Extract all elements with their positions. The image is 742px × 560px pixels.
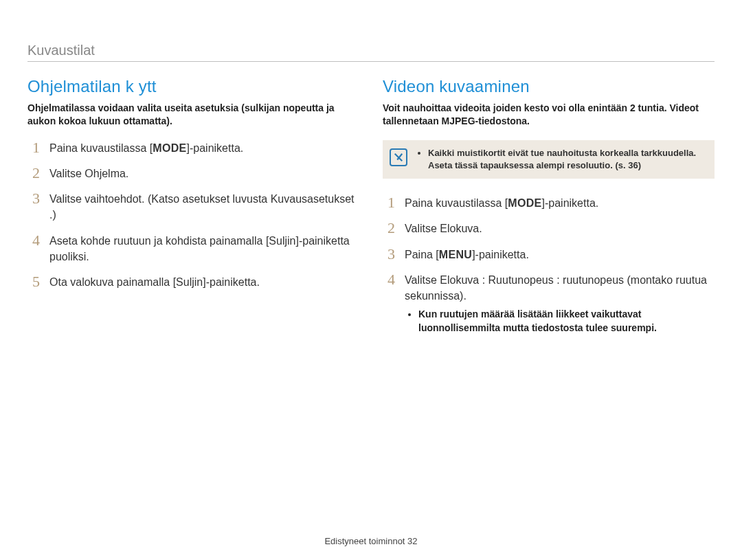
step-3: Paina [MENU]-painiketta. bbox=[383, 247, 715, 262]
steps-list-right: Paina kuvaustilassa [MODE]-painiketta. V… bbox=[383, 195, 715, 335]
step-3: Valitse vaihtoehdot. (Katso asetukset lu… bbox=[27, 191, 359, 223]
intro-text: Ohjelmatilassa voidaan valita useita ase… bbox=[27, 102, 359, 128]
step-text: Ota valokuva painamalla [Suljin]-painike… bbox=[49, 274, 359, 290]
footer-page-number: 32 bbox=[407, 536, 417, 546]
note-box: Kaikki muistikortit eivät tue nauhoitust… bbox=[383, 140, 715, 179]
step-text: Paina kuvaustilassa [ bbox=[49, 142, 153, 154]
step-text: ]-painiketta. bbox=[472, 249, 529, 260]
key-label-menu: MENU bbox=[439, 249, 472, 260]
step-2: Valitse Elokuva. bbox=[383, 221, 715, 236]
step-1: Paina kuvaustilassa [MODE]-painiketta. bbox=[383, 195, 715, 211]
step-text: Valitse vaihtoehdot. (Katso asetukset lu… bbox=[49, 191, 359, 223]
page-footer: Edistyneet toiminnot 32 bbox=[0, 536, 742, 546]
key-label-mode: MODE bbox=[153, 142, 186, 154]
sub-bullet-list: Kun ruutujen määrää lisätään liikkeet va… bbox=[405, 308, 715, 335]
step-text: Paina [ bbox=[405, 249, 439, 260]
step-4: Valitse Elokuva : Ruutunopeus : ruutunop… bbox=[383, 272, 715, 335]
note-icon bbox=[390, 148, 407, 166]
step-text: Aseta kohde ruutuun ja kohdista painamal… bbox=[49, 233, 359, 265]
steps-list-left: Paina kuvaustilassa [MODE]-painiketta. V… bbox=[27, 140, 359, 290]
section-title-video-recording: Videon kuvaaminen bbox=[383, 77, 715, 96]
step-1: Paina kuvaustilassa [MODE]-painiketta. bbox=[27, 140, 359, 156]
left-column: Ohjelmatilan k ytt Ohjelmatilassa voidaa… bbox=[27, 77, 359, 344]
note-item: Kaikki muistikortit eivät tue nauhoitust… bbox=[428, 147, 705, 172]
step-text: Paina kuvaustilassa [ bbox=[405, 197, 508, 209]
key-label-mode: MODE bbox=[508, 197, 541, 209]
breadcrumb: Kuvaustilat bbox=[27, 43, 715, 62]
step-text: Valitse Ohjelma. bbox=[49, 166, 359, 181]
intro-text: Voit nauhoittaa videoita joiden kesto vo… bbox=[383, 102, 715, 128]
step-2: Valitse Ohjelma. bbox=[27, 166, 359, 181]
two-column-layout: Ohjelmatilan k ytt Ohjelmatilassa voidaa… bbox=[27, 77, 715, 344]
sub-bullet-item: Kun ruutujen määrää lisätään liikkeet va… bbox=[418, 308, 715, 335]
step-text: ]-painiketta. bbox=[542, 197, 599, 209]
section-title-program-mode: Ohjelmatilan k ytt bbox=[27, 77, 359, 96]
footer-section-label: Edistyneet toiminnot bbox=[324, 536, 405, 546]
step-text: ]-painiketta. bbox=[187, 142, 244, 154]
step-text: Valitse Elokuva. bbox=[405, 221, 715, 236]
step-text: Valitse Elokuva : Ruutunopeus : ruutunop… bbox=[405, 274, 707, 302]
right-column: Videon kuvaaminen Voit nauhoittaa videoi… bbox=[383, 77, 715, 344]
step-4: Aseta kohde ruutuun ja kohdista painamal… bbox=[27, 233, 359, 265]
note-list: Kaikki muistikortit eivät tue nauhoitust… bbox=[416, 147, 705, 172]
manual-page: Kuvaustilat Ohjelmatilan k ytt Ohjelmati… bbox=[0, 0, 742, 560]
step-5: Ota valokuva painamalla [Suljin]-painike… bbox=[27, 274, 359, 290]
